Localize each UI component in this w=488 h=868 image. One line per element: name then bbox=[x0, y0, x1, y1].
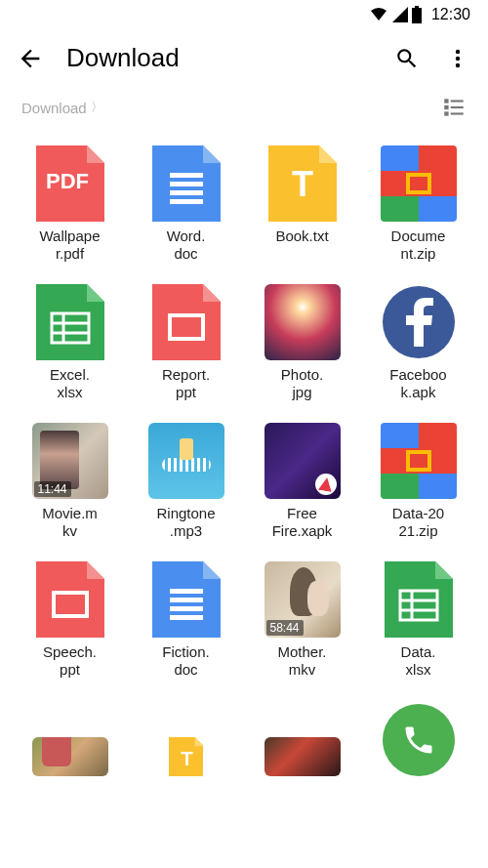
svg-point-3 bbox=[456, 56, 460, 60]
back-button[interactable] bbox=[16, 44, 45, 73]
video-duration: 58:44 bbox=[266, 620, 304, 636]
file-label: Word.doc bbox=[167, 227, 206, 263]
facebook-apk-icon bbox=[383, 286, 455, 358]
file-label: Movie.mkv bbox=[42, 505, 98, 540]
svg-point-2 bbox=[456, 49, 460, 53]
file-label: Facebook.apk bbox=[389, 366, 446, 401]
view-toggle-button[interactable] bbox=[441, 95, 467, 120]
svg-rect-36 bbox=[170, 598, 203, 602]
svg-rect-21 bbox=[419, 196, 457, 222]
file-item[interactable]: Data.xlsx bbox=[366, 561, 470, 679]
svg-rect-35 bbox=[170, 589, 203, 594]
xlsx-file-icon bbox=[36, 284, 104, 360]
arrow-left-icon bbox=[17, 45, 44, 72]
file-item[interactable]: Photo.jpg bbox=[250, 284, 354, 401]
photo-thumbnail bbox=[264, 284, 341, 360]
ppt-file-icon bbox=[36, 561, 104, 638]
file-item[interactable]: PDF Wallpaper.pdf bbox=[18, 145, 122, 263]
svg-rect-15 bbox=[170, 199, 203, 204]
file-grid: PDF Wallpaper.pdf Word.doc T Book.txt Do… bbox=[0, 130, 488, 792]
file-item[interactable]: T bbox=[134, 700, 238, 776]
file-item[interactable]: 11:44 Movie.mkv bbox=[18, 423, 122, 540]
file-item[interactable]: Facebook.apk bbox=[366, 284, 470, 401]
svg-point-4 bbox=[456, 62, 460, 66]
svg-rect-10 bbox=[451, 112, 464, 114]
audio-thumbnail bbox=[148, 423, 224, 499]
status-icons: 12:30 bbox=[369, 6, 470, 23]
menu-button[interactable] bbox=[443, 44, 472, 73]
chevron-right-icon: 〉 bbox=[91, 99, 103, 116]
file-item[interactable]: Excel.xlsx bbox=[18, 284, 122, 401]
svg-rect-6 bbox=[451, 100, 464, 102]
file-item[interactable]: Ringtone.mp3 bbox=[134, 423, 238, 540]
zip-file-icon bbox=[381, 423, 457, 499]
file-label: Report.ppt bbox=[162, 366, 210, 401]
svg-rect-37 bbox=[170, 606, 203, 611]
file-item[interactable]: Fiction.doc bbox=[134, 561, 238, 679]
breadcrumb-row: Download 〉 bbox=[0, 91, 488, 130]
xlsx-file-icon bbox=[385, 561, 453, 638]
pdf-file-icon: PDF bbox=[36, 145, 104, 222]
file-item[interactable] bbox=[366, 700, 470, 776]
file-item[interactable]: Report.ppt bbox=[134, 284, 238, 401]
file-label: Data.xlsx bbox=[401, 643, 436, 679]
file-item[interactable] bbox=[18, 700, 122, 776]
svg-rect-31 bbox=[381, 474, 419, 499]
file-item[interactable]: 58:44 Mother.mkv bbox=[250, 561, 354, 679]
phone-app-icon bbox=[383, 704, 455, 776]
svg-rect-38 bbox=[170, 615, 203, 620]
signal-icon bbox=[392, 7, 408, 22]
svg-rect-13 bbox=[170, 182, 203, 186]
file-item[interactable] bbox=[250, 700, 354, 776]
file-label: Ringtone.mp3 bbox=[156, 505, 215, 540]
file-item[interactable]: Data-2021.zip bbox=[366, 423, 470, 540]
status-bar: 12:30 bbox=[0, 0, 488, 29]
file-label: Fiction.doc bbox=[162, 643, 209, 679]
file-label: Document.zip bbox=[391, 227, 446, 263]
breadcrumb[interactable]: Download bbox=[21, 100, 87, 116]
app-header: Download bbox=[0, 29, 488, 91]
svg-rect-14 bbox=[170, 190, 203, 195]
ppt-file-icon bbox=[152, 284, 221, 360]
svg-text:T: T bbox=[181, 747, 193, 769]
search-icon bbox=[394, 46, 420, 71]
svg-text:PDF: PDF bbox=[46, 169, 89, 193]
svg-rect-12 bbox=[170, 173, 203, 178]
zip-file-icon bbox=[381, 145, 457, 222]
status-time: 12:30 bbox=[431, 6, 470, 23]
svg-rect-18 bbox=[419, 145, 457, 171]
svg-rect-20 bbox=[381, 196, 419, 222]
photo-thumbnail bbox=[32, 737, 108, 776]
svg-rect-1 bbox=[415, 6, 419, 8]
svg-rect-32 bbox=[419, 474, 457, 499]
search-button[interactable] bbox=[392, 44, 422, 73]
file-item[interactable]: Document.zip bbox=[366, 145, 470, 263]
app-thumbnail bbox=[264, 423, 341, 499]
file-label: Wallpaper.pdf bbox=[40, 227, 101, 263]
svg-rect-8 bbox=[451, 106, 464, 108]
video-duration: 11:44 bbox=[34, 481, 71, 497]
svg-rect-9 bbox=[444, 111, 448, 115]
photo-thumbnail bbox=[264, 737, 341, 776]
file-label: Data-2021.zip bbox=[392, 505, 444, 540]
list-view-icon bbox=[441, 95, 467, 120]
file-item[interactable]: Speech.ppt bbox=[18, 561, 122, 679]
file-label: Photo.jpg bbox=[281, 366, 323, 401]
file-label: Speech.ppt bbox=[43, 643, 97, 679]
file-label: Excel.xlsx bbox=[50, 366, 90, 401]
file-item[interactable]: FreeFire.xapk bbox=[250, 423, 354, 540]
doc-file-icon bbox=[152, 145, 221, 222]
page-title: Download bbox=[66, 43, 371, 73]
wifi-icon bbox=[369, 7, 388, 22]
file-label: Mother.mkv bbox=[277, 643, 326, 679]
more-vert-icon bbox=[446, 47, 469, 70]
battery-icon bbox=[412, 6, 422, 23]
file-item[interactable]: Word.doc bbox=[134, 145, 238, 263]
txt-file-icon: T bbox=[169, 737, 204, 776]
svg-rect-17 bbox=[381, 145, 419, 171]
svg-rect-28 bbox=[381, 423, 419, 448]
svg-text:T: T bbox=[292, 164, 313, 204]
svg-rect-5 bbox=[444, 99, 448, 103]
file-item[interactable]: T Book.txt bbox=[250, 145, 354, 263]
svg-rect-29 bbox=[419, 423, 457, 448]
